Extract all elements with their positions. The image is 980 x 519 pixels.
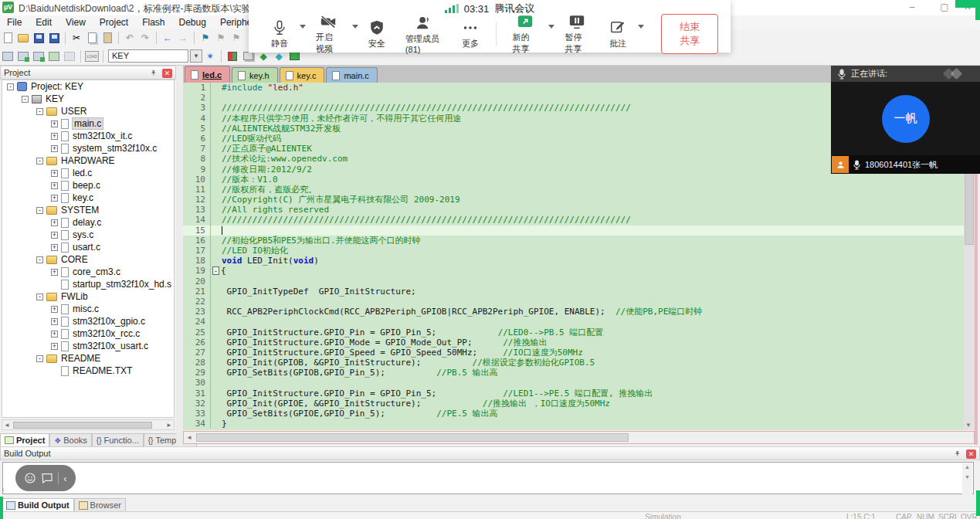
bookmark-icon[interactable]: ⚑ <box>198 32 212 45</box>
editor-tab-key.h[interactable]: key.h <box>232 67 277 83</box>
tree-item-stm32f10x-gpio.c[interactable]: +stm32f10x_gpio.c <box>2 315 174 327</box>
tree-expander-icon[interactable]: + <box>51 195 58 202</box>
tree-item-README.TXT[interactable]: README.TXT <box>2 365 174 377</box>
download-icon[interactable]: LOAD <box>85 49 99 63</box>
scroll-down-icon[interactable]: ▼ <box>965 422 972 429</box>
cut-icon[interactable]: ✂ <box>70 32 83 45</box>
tree-expander-icon[interactable]: - <box>7 83 14 90</box>
target-select[interactable]: KEY <box>108 49 188 63</box>
start-video-button[interactable]: 开启视频 <box>316 13 341 55</box>
editor-tab-key.c[interactable]: key.c <box>280 67 325 83</box>
tree-expander-icon[interactable]: - <box>36 108 43 115</box>
scroll-thumb[interactable] <box>13 422 152 429</box>
navigate-forward-icon[interactable]: → <box>176 32 190 45</box>
panel-splitter[interactable] <box>176 66 183 446</box>
tree-item-README[interactable]: -README <box>2 352 174 365</box>
annotate-options-caret-icon[interactable] <box>638 25 644 29</box>
security-button[interactable]: 安全 <box>368 19 385 49</box>
tree-item-CORE[interactable]: -CORE <box>2 253 174 266</box>
tree-expander-icon[interactable]: - <box>36 158 43 165</box>
meeting-video-panel[interactable]: 正在讲话: 一帆 1806014401张一帆 <box>831 66 980 174</box>
batch-build-icon[interactable] <box>47 49 61 63</box>
tree-expander-icon[interactable]: - <box>36 207 43 214</box>
tree-expander-icon[interactable]: + <box>51 318 58 325</box>
minimize-button[interactable]: – <box>900 0 924 15</box>
menu-project[interactable]: Project <box>93 17 135 28</box>
tree-expander-icon[interactable]: + <box>51 133 58 140</box>
manage-members-button[interactable]: 管理成员(81) <box>405 15 441 54</box>
scroll-left-icon[interactable]: ◄ <box>186 434 192 441</box>
project-hscrollbar[interactable]: ◄ ► <box>2 419 175 430</box>
video-options-caret-icon[interactable] <box>352 25 358 29</box>
tree-item-usart.c[interactable]: +usart.c <box>2 241 174 253</box>
menu-edit[interactable]: Edit <box>29 17 59 28</box>
meeting-floating-bar[interactable]: ‹ <box>15 465 76 491</box>
tree-expander-icon[interactable]: - <box>22 96 29 103</box>
tab-books[interactable]: ❖Books <box>49 433 92 446</box>
new-share-button[interactable]: 新的共享 <box>513 13 537 55</box>
copy-icon[interactable] <box>85 32 99 45</box>
chat-icon[interactable] <box>41 472 53 484</box>
tree-item-stm32f10x-rcc.c[interactable]: +stm32f10x_rcc.c <box>2 327 174 340</box>
tree-expander-icon[interactable]: + <box>51 269 58 276</box>
tree-expander-icon[interactable]: + <box>51 145 58 152</box>
pin-icon[interactable]: 🖈 <box>953 449 962 459</box>
scroll-thumb[interactable] <box>196 433 629 442</box>
tab-project[interactable]: Project <box>0 433 49 446</box>
tab-build-output[interactable]: Build Output <box>2 498 74 511</box>
tree-expander-icon[interactable]: + <box>51 306 58 313</box>
tree-item-stm32f10x-it.c[interactable]: +stm32f10x_it.c <box>2 130 174 142</box>
tree-expander-icon[interactable]: + <box>51 232 58 239</box>
tree-item-key.c[interactable]: +key.c <box>2 192 174 204</box>
tree-expander-icon[interactable]: - <box>36 293 43 300</box>
mute-button[interactable]: 静音 <box>271 19 288 49</box>
tree-item-main.c[interactable]: +main.c <box>2 117 174 130</box>
tree-item-misc.c[interactable]: +misc.c <box>2 303 174 315</box>
tree-item-USER[interactable]: -USER <box>2 105 174 117</box>
tree-item-core-cm3.c[interactable]: +core_cm3.c <box>2 266 174 278</box>
tree-item-SYSTEM[interactable]: -SYSTEM <box>2 204 174 216</box>
tree-expander-icon[interactable]: - <box>36 256 43 263</box>
smiley-icon[interactable] <box>24 472 36 484</box>
undo-icon[interactable]: ↶ <box>123 32 137 45</box>
tree-item-system-stm32f10x.c[interactable]: +system_stm32f10x.c <box>2 142 174 154</box>
scroll-down-icon[interactable]: ▼ <box>965 474 970 480</box>
tree-expander-icon[interactable]: + <box>51 120 58 127</box>
build-close-icon[interactable]: ✕ <box>966 449 976 459</box>
build-vscrollbar[interactable]: ▲ ▼ <box>962 463 972 494</box>
prev-bookmark-icon[interactable]: ⚑ <box>214 32 228 45</box>
more-button[interactable]: 更多 <box>461 19 480 49</box>
stop-build-icon[interactable] <box>63 49 76 63</box>
tree-expander-icon[interactable]: - <box>36 355 43 362</box>
tree-item-Project-KEY[interactable]: -Project: KEY <box>2 80 174 93</box>
tree-expander-icon[interactable]: + <box>51 219 58 226</box>
options-for-target-icon[interactable]: ✶ <box>203 49 217 63</box>
tree-item-sys.c[interactable]: +sys.c <box>2 229 174 241</box>
tree-item-startup-stm32f10x-hd.s[interactable]: startup_stm32f10x_hd.s <box>2 278 174 290</box>
mute-options-caret-icon[interactable] <box>300 25 306 29</box>
tree-expander-icon[interactable]: + <box>51 331 58 338</box>
maximize-button[interactable]: ▢ <box>933 0 956 15</box>
fold-collapse-icon[interactable]: - <box>212 266 219 275</box>
tree-expander-icon[interactable]: + <box>51 343 58 350</box>
project-close-icon[interactable]: ✕ <box>162 69 172 78</box>
menu-view[interactable]: View <box>59 17 93 28</box>
editor-tab-main.c[interactable]: main.c <box>326 67 377 83</box>
edge-collapse-icon[interactable]: ‹ <box>2 484 5 494</box>
editor-tab-led.c[interactable]: led.c <box>185 66 230 83</box>
paste-icon[interactable] <box>100 32 114 45</box>
navigate-back-icon[interactable]: ← <box>161 32 175 45</box>
new-file-icon[interactable] <box>1 32 15 45</box>
build-icon[interactable] <box>16 49 30 63</box>
pause-share-button[interactable]: 暂停共享 <box>565 13 589 55</box>
rebuild-icon[interactable] <box>32 49 46 63</box>
end-share-button[interactable]: 结束共享 <box>661 14 718 54</box>
menu-debug[interactable]: Debug <box>172 17 213 28</box>
tab-functions[interactable]: {}Functio... <box>92 433 144 446</box>
save-icon[interactable] <box>32 32 46 45</box>
tree-expander-icon[interactable]: + <box>51 244 58 251</box>
tree-item-beep.c[interactable]: +beep.c <box>2 179 174 192</box>
tree-item-delay.c[interactable]: +delay.c <box>2 216 174 229</box>
annotate-button[interactable]: 批注 <box>609 19 626 49</box>
tree-item-stm32f10x-usart.c[interactable]: +stm32f10x_usart.c <box>2 340 174 352</box>
